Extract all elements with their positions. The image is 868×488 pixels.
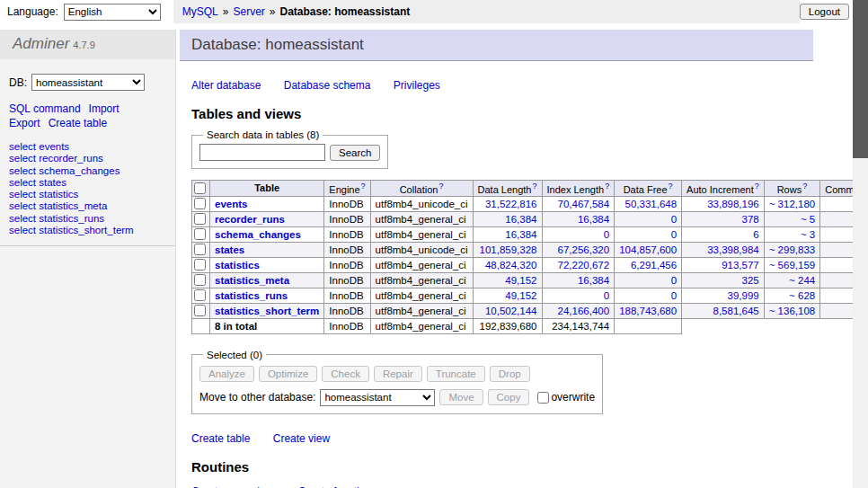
- row-checkbox[interactable]: [194, 274, 206, 286]
- drop-button[interactable]: Drop: [490, 366, 530, 382]
- index-length-link[interactable]: 16,384: [578, 214, 609, 225]
- index-length-link[interactable]: 0: [604, 229, 609, 240]
- create-view-link[interactable]: Create view: [273, 432, 330, 445]
- index-length-link[interactable]: 24,166,400: [558, 306, 610, 316]
- rows-link[interactable]: ~ 312,180: [769, 199, 815, 209]
- row-checkbox[interactable]: [194, 289, 206, 301]
- rows-link[interactable]: ~ 5: [801, 214, 815, 225]
- check-button[interactable]: Check: [322, 366, 369, 382]
- data-length-link[interactable]: 49,152: [505, 275, 536, 286]
- data-free-link[interactable]: 104,857,600: [619, 244, 677, 255]
- index-length-link[interactable]: 72,220,672: [558, 260, 610, 271]
- rows-link[interactable]: ~ 628: [789, 290, 815, 301]
- search-input[interactable]: [199, 144, 325, 161]
- column-help-link[interactable]: ?: [438, 182, 443, 191]
- privileges-link[interactable]: Privileges: [394, 79, 440, 92]
- index-length-link[interactable]: 0: [604, 290, 609, 301]
- data-length-link[interactable]: 101,859,328: [480, 244, 537, 255]
- data-free-link[interactable]: 0: [671, 229, 677, 240]
- data-free-link[interactable]: 6,291,456: [631, 260, 677, 271]
- row-checkbox[interactable]: [194, 228, 206, 240]
- column-help-link[interactable]: ?: [802, 182, 807, 191]
- table-name-link[interactable]: statistics: [215, 260, 260, 271]
- data-length-link[interactable]: 49,152: [505, 290, 536, 301]
- overwrite-checkbox[interactable]: [537, 392, 549, 404]
- index-length-link[interactable]: 70,467,584: [558, 199, 610, 209]
- adminer-logo-link[interactable]: Adminer: [13, 35, 69, 52]
- move-button[interactable]: Move: [439, 389, 483, 405]
- logout-button[interactable]: Logout: [800, 4, 849, 20]
- repair-button[interactable]: Repair: [374, 366, 422, 382]
- sql-command-link[interactable]: SQL command: [9, 102, 81, 115]
- auto-increment-link[interactable]: 378: [742, 214, 759, 225]
- breadcrumb-mysql-link[interactable]: MySQL: [182, 5, 218, 18]
- sidebar-table-link[interactable]: select events: [9, 141, 69, 152]
- create-procedure-link[interactable]: Create procedure: [191, 485, 275, 488]
- auto-increment-link[interactable]: 33,398,984: [707, 244, 759, 255]
- row-checkbox[interactable]: [194, 244, 206, 255]
- copy-button[interactable]: Copy: [488, 389, 530, 405]
- auto-increment-link[interactable]: 913,577: [722, 260, 759, 271]
- rows-link[interactable]: ~ 136,108: [769, 306, 815, 316]
- import-link[interactable]: Import: [89, 102, 120, 115]
- data-length-link[interactable]: 16,384: [505, 214, 536, 225]
- table-name-link[interactable]: recorder_runs: [215, 214, 285, 225]
- auto-increment-link[interactable]: 325: [742, 275, 759, 286]
- sidebar-table-link[interactable]: select recorder_runs: [9, 153, 103, 164]
- column-help-link[interactable]: ?: [361, 182, 366, 191]
- scrollbar-thumb[interactable]: [853, 0, 868, 158]
- column-help-link[interactable]: ?: [755, 182, 759, 191]
- sidebar-table-link[interactable]: select statistics: [9, 189, 78, 200]
- sidebar-table-link[interactable]: select states: [9, 177, 66, 188]
- data-free-link[interactable]: 50,331,648: [625, 199, 678, 209]
- data-length-link[interactable]: 31,522,816: [485, 199, 537, 209]
- rows-link[interactable]: ~ 569,159: [769, 260, 815, 271]
- rows-link[interactable]: ~ 299,833: [769, 244, 815, 255]
- rows-link[interactable]: ~ 244: [789, 275, 815, 286]
- row-checkbox[interactable]: [194, 213, 206, 225]
- data-free-link[interactable]: 188,743,680: [619, 306, 677, 316]
- sidebar-table-link[interactable]: select schema_changes: [9, 165, 120, 176]
- truncate-button[interactable]: Truncate: [427, 366, 485, 382]
- sidebar-table-link[interactable]: select statistics_short_term: [9, 225, 134, 235]
- move-db-select[interactable]: homeassistant: [320, 389, 435, 406]
- table-name-link[interactable]: schema_changes: [215, 229, 301, 240]
- auto-increment-link[interactable]: 39,999: [728, 290, 759, 301]
- auto-increment-link[interactable]: 8,581,645: [713, 306, 759, 316]
- scrollbar[interactable]: [853, 0, 868, 488]
- table-name-link[interactable]: statistics_meta: [215, 275, 289, 286]
- rows-link[interactable]: ~ 3: [801, 229, 815, 240]
- export-link[interactable]: Export: [9, 117, 40, 129]
- row-checkbox[interactable]: [194, 259, 206, 271]
- create-table-link-sidebar[interactable]: Create table: [49, 117, 107, 129]
- sidebar-table-link[interactable]: select statistics_meta: [9, 200, 107, 211]
- column-help-link[interactable]: ?: [532, 182, 536, 191]
- sidebar-table-link[interactable]: select statistics_runs: [9, 213, 104, 224]
- create-function-link[interactable]: Create function: [298, 485, 371, 488]
- table-name-link[interactable]: states: [215, 244, 244, 255]
- data-free-link[interactable]: 0: [671, 214, 677, 225]
- analyze-button[interactable]: Analyze: [199, 366, 254, 382]
- row-checkbox[interactable]: [194, 305, 206, 316]
- database-schema-link[interactable]: Database schema: [284, 79, 371, 92]
- table-name-link[interactable]: statistics_short_term: [215, 306, 319, 316]
- data-length-link[interactable]: 16,384: [505, 229, 536, 240]
- index-length-link[interactable]: 67,256,320: [558, 244, 610, 255]
- db-select[interactable]: homeassistant: [31, 74, 145, 91]
- column-help-link[interactable]: ?: [605, 182, 609, 191]
- table-name-link[interactable]: statistics_runs: [215, 290, 288, 301]
- column-help-link[interactable]: ?: [669, 182, 673, 191]
- row-checkbox[interactable]: [194, 198, 206, 209]
- optimize-button[interactable]: Optimize: [259, 366, 317, 382]
- select-all-checkbox[interactable]: [194, 182, 206, 194]
- auto-increment-link[interactable]: 33,898,196: [707, 199, 759, 209]
- breadcrumb-server-link[interactable]: Server: [233, 5, 264, 18]
- data-free-link[interactable]: 0: [671, 275, 677, 286]
- alter-database-link[interactable]: Alter database: [191, 79, 261, 92]
- data-length-link[interactable]: 10,502,144: [485, 306, 537, 316]
- auto-increment-link[interactable]: 6: [753, 229, 758, 240]
- language-select[interactable]: English: [64, 4, 161, 21]
- table-name-link[interactable]: events: [215, 199, 247, 209]
- data-free-link[interactable]: 0: [671, 290, 677, 301]
- create-table-link[interactable]: Create table: [191, 432, 250, 445]
